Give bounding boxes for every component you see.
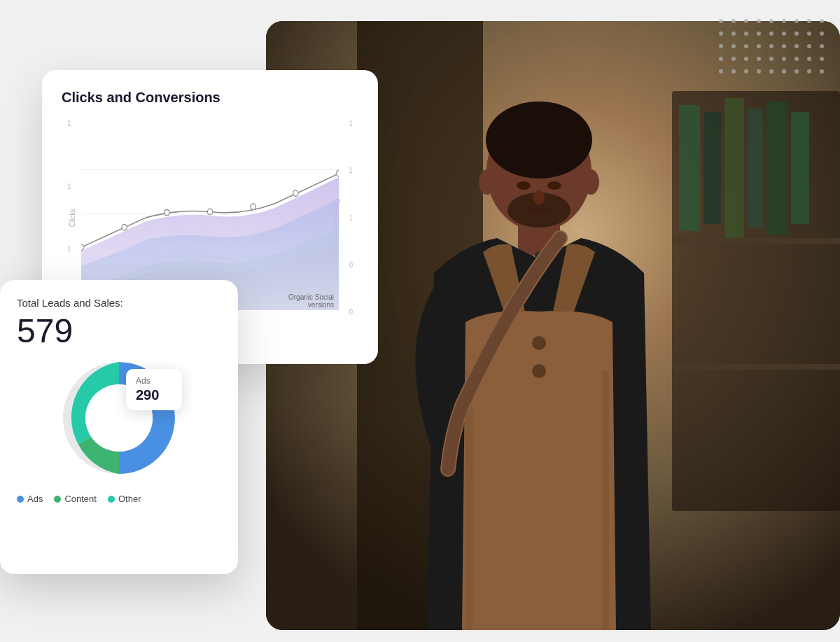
svg-point-73	[81, 244, 84, 250]
leads-card-title: Total Leads and Sales:	[17, 297, 221, 309]
svg-point-30	[794, 19, 799, 23]
svg-rect-4	[724, 98, 744, 238]
svg-point-13	[532, 336, 546, 350]
donut-tooltip: Ads 290	[126, 369, 182, 410]
svg-point-68	[820, 69, 824, 74]
donut-chart-container: Ads 290	[63, 362, 175, 474]
scene: // dots rendered inline Clicks and Conve…	[0, 0, 840, 642]
svg-point-51	[719, 57, 723, 61]
svg-point-59	[820, 57, 824, 61]
svg-point-45	[757, 44, 761, 48]
svg-point-77	[251, 204, 255, 209]
svg-point-66	[794, 69, 799, 74]
svg-rect-6	[766, 102, 788, 235]
leads-total-number: 579	[17, 314, 221, 348]
legend-label-other: Other	[118, 494, 141, 504]
svg-point-35	[744, 32, 748, 36]
clicks-card-title: Clicks and Conversions	[62, 90, 358, 106]
svg-point-34	[732, 32, 736, 36]
svg-point-60	[719, 69, 723, 74]
svg-point-31	[807, 19, 811, 23]
svg-point-41	[820, 32, 824, 36]
svg-rect-7	[791, 112, 809, 224]
svg-rect-3	[704, 112, 721, 224]
svg-point-43	[732, 44, 736, 48]
legend-label-content: Content	[64, 494, 97, 504]
svg-point-64	[769, 69, 774, 74]
svg-point-38	[782, 32, 786, 36]
svg-point-36	[757, 32, 761, 36]
leads-sales-card: Total Leads and Sales: 579	[0, 280, 238, 574]
svg-point-49	[807, 44, 811, 48]
svg-point-20	[533, 190, 545, 204]
legend-dot-ads	[17, 496, 24, 503]
svg-point-42	[719, 44, 723, 48]
svg-point-19	[547, 181, 561, 190]
svg-point-24	[719, 19, 723, 23]
svg-point-39	[794, 32, 799, 36]
svg-point-53	[744, 57, 748, 61]
legend-item-other: Other	[108, 494, 141, 504]
svg-point-56	[782, 57, 786, 61]
chart-legend: Ads Content Other	[17, 488, 221, 504]
svg-point-27	[757, 19, 761, 23]
y-axis-right: 1 1 1 0 0	[349, 120, 353, 316]
svg-point-67	[807, 69, 811, 74]
svg-point-22	[582, 169, 599, 195]
tooltip-label: Ads	[136, 376, 172, 386]
svg-point-26	[744, 19, 748, 23]
svg-point-25	[732, 19, 736, 23]
svg-point-48	[794, 44, 799, 48]
svg-point-58	[807, 57, 811, 61]
svg-point-57	[794, 57, 799, 61]
svg-point-23	[486, 102, 592, 179]
svg-point-78	[293, 190, 298, 196]
svg-point-29	[782, 19, 786, 23]
svg-point-33	[719, 32, 723, 36]
svg-point-32	[820, 19, 824, 23]
svg-point-14	[532, 364, 546, 378]
legend-label-ads: Ads	[27, 494, 43, 504]
legend-item-ads: Ads	[17, 494, 43, 504]
svg-point-75	[164, 209, 169, 215]
dots-pattern	[714, 14, 826, 77]
tooltip-value: 290	[136, 387, 172, 403]
svg-point-47	[782, 44, 786, 48]
legend-item-content: Content	[54, 494, 97, 504]
svg-point-79	[336, 170, 339, 176]
svg-point-54	[757, 57, 761, 61]
svg-point-40	[807, 32, 811, 36]
svg-point-63	[757, 69, 761, 74]
svg-point-28	[769, 19, 774, 23]
svg-point-55	[769, 57, 774, 61]
svg-point-65	[782, 69, 786, 74]
svg-point-50	[820, 44, 824, 48]
svg-point-46	[769, 44, 774, 48]
svg-point-52	[732, 57, 736, 61]
svg-point-62	[744, 69, 748, 74]
svg-point-61	[732, 69, 736, 74]
legend-dot-other	[108, 496, 115, 503]
legend-dot-content	[54, 496, 61, 503]
svg-point-18	[517, 181, 531, 190]
svg-rect-8	[672, 238, 840, 244]
svg-point-44	[744, 44, 748, 48]
svg-rect-2	[679, 105, 700, 231]
svg-point-37	[769, 32, 774, 36]
svg-point-76	[207, 209, 212, 214]
svg-point-74	[122, 225, 127, 230]
svg-rect-9	[672, 364, 840, 370]
svg-point-21	[479, 169, 496, 195]
organic-social-label: Organic Social versions	[288, 293, 334, 309]
svg-rect-5	[748, 109, 763, 228]
